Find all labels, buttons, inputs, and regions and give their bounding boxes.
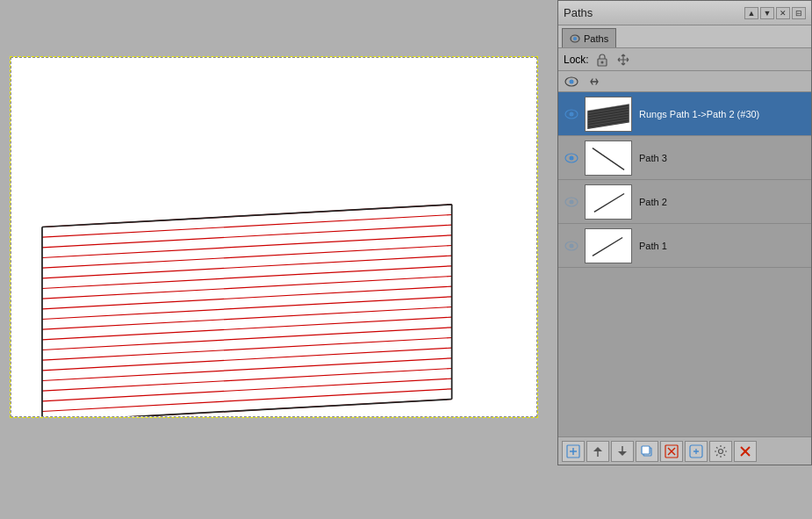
lock-bar: Lock: [558, 48, 811, 71]
svg-line-20 [42, 205, 452, 227]
svg-line-15 [42, 358, 452, 381]
svg-line-14 [42, 348, 452, 371]
svg-line-3 [42, 235, 452, 258]
settings-btn[interactable] [709, 441, 732, 462]
svg-point-30 [570, 79, 574, 83]
path-name-path2: Path 2 [636, 197, 808, 207]
chain-col-header [585, 76, 604, 88]
add-path-btn[interactable] [562, 441, 585, 462]
svg-rect-61 [642, 446, 650, 454]
col-headers [558, 71, 811, 92]
path-thumbnail-path3 [585, 141, 632, 176]
canvas-area [0, 0, 542, 519]
merge-icon [689, 444, 703, 458]
add-path-icon [566, 444, 580, 458]
paths-panel: Paths ▲ ▼ ✕ ⊟ Paths Lock: [557, 0, 812, 465]
path-eye-path1[interactable] [562, 241, 581, 251]
svg-point-44 [570, 155, 574, 160]
panel-title-text: Paths [564, 6, 593, 19]
svg-line-9 [42, 297, 452, 320]
tab-paths-label: Paths [584, 33, 608, 44]
svg-line-4 [42, 246, 452, 269]
duplicate-btn[interactable] [636, 441, 658, 462]
panel-collapse-btn[interactable]: ▼ [760, 7, 774, 19]
panel-toolbar [558, 436, 811, 465]
move-icon [617, 54, 629, 66]
move-up-btn[interactable] [586, 441, 609, 462]
path-eye-rung[interactable] [562, 109, 581, 119]
svg-line-7 [42, 277, 452, 299]
move-down-icon [615, 444, 629, 458]
svg-point-66 [719, 449, 723, 453]
duplicate-icon [640, 444, 654, 458]
eye-col-header [562, 76, 581, 87]
lock-label: Lock: [564, 54, 589, 66]
move-down-btn[interactable] [611, 441, 634, 462]
svg-line-13 [42, 338, 452, 361]
svg-line-1 [42, 215, 452, 238]
path-thumbnail-path1 [585, 228, 632, 263]
path-thumbnail-path2 [585, 184, 632, 220]
path-thumbnail-rung [585, 97, 632, 132]
svg-line-2 [42, 225, 452, 248]
svg-line-18 [42, 389, 452, 412]
panel-rollup-btn[interactable]: ⊟ [792, 7, 806, 19]
svg-line-10 [42, 307, 452, 330]
delete-path-btn[interactable] [660, 441, 683, 462]
path-item-rung[interactable]: Rungs Path 1->Path 2 (#30) [558, 92, 811, 136]
svg-line-11 [42, 317, 452, 340]
svg-line-12 [42, 328, 452, 350]
panel-tabbar: Paths [558, 25, 811, 48]
lock-icon [596, 53, 608, 67]
tab-paths[interactable]: Paths [562, 28, 616, 47]
svg-line-16 [42, 369, 452, 392]
move-icon-btn[interactable] [615, 52, 631, 68]
paths-tab-icon [570, 34, 580, 43]
svg-line-8 [42, 286, 452, 309]
path-name-rung: Rungs Path 1->Path 2 (#30) [636, 109, 808, 119]
settings-icon [714, 444, 728, 458]
move-up-icon [591, 444, 605, 458]
canvas-frame [11, 57, 537, 417]
svg-point-52 [570, 243, 574, 248]
path-eye-path3[interactable] [562, 153, 581, 163]
chain-header-icon [588, 76, 600, 88]
path-list: Rungs Path 1->Path 2 (#30) Path 3 [558, 92, 811, 436]
delete-path-icon [665, 444, 679, 458]
svg-rect-49 [586, 185, 630, 219]
path-eye-path2[interactable] [562, 197, 581, 207]
svg-point-28 [600, 61, 603, 63]
svg-point-26 [573, 37, 577, 40]
svg-point-48 [570, 199, 574, 204]
panel-minimize-btn[interactable]: ▲ [744, 7, 758, 19]
delete-all-icon [738, 444, 752, 458]
path-item-path1[interactable]: Path 1 [558, 224, 811, 268]
panel-close-btn[interactable]: ✕ [776, 7, 790, 19]
path-item-path2[interactable]: Path 2 [558, 180, 811, 224]
path-name-path3: Path 3 [636, 153, 808, 163]
lock-icon-btn[interactable] [594, 52, 610, 68]
svg-line-6 [42, 266, 452, 289]
svg-point-32 [570, 112, 574, 116]
svg-line-5 [42, 256, 452, 278]
path-name-path1: Path 1 [636, 241, 808, 251]
svg-line-17 [42, 378, 452, 401]
delete-all-btn[interactable] [734, 441, 757, 462]
path-item-path3[interactable]: Path 3 [558, 136, 811, 180]
eye-header-icon [564, 76, 578, 87]
panel-titlebar: Paths ▲ ▼ ✕ ⊟ [558, 1, 811, 25]
merge-btn[interactable] [685, 441, 708, 462]
